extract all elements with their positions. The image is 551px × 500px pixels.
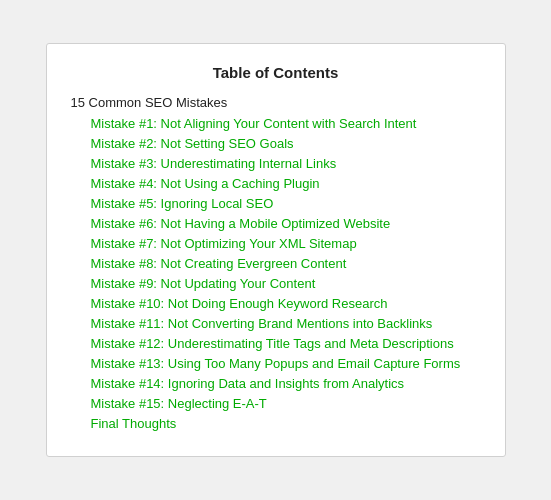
- toc-item-link-1[interactable]: Mistake #1: Not Aligning Your Content wi…: [71, 116, 481, 131]
- toc-items-list: Mistake #1: Not Aligning Your Content wi…: [71, 116, 481, 431]
- toc-item-link-6[interactable]: Mistake #6: Not Having a Mobile Optimize…: [71, 216, 481, 231]
- toc-main-item: 15 Common SEO Mistakes: [71, 95, 481, 110]
- toc-item-link-5[interactable]: Mistake #5: Ignoring Local SEO: [71, 196, 481, 211]
- toc-item-link-7[interactable]: Mistake #7: Not Optimizing Your XML Site…: [71, 236, 481, 251]
- toc-item-link-13[interactable]: Mistake #13: Using Too Many Popups and E…: [71, 356, 481, 371]
- toc-title: Table of Contents: [71, 64, 481, 81]
- toc-item-link-3[interactable]: Mistake #3: Underestimating Internal Lin…: [71, 156, 481, 171]
- toc-final-thoughts-link[interactable]: Final Thoughts: [71, 416, 481, 431]
- toc-item-link-14[interactable]: Mistake #14: Ignoring Data and Insights …: [71, 376, 481, 391]
- toc-item-link-15[interactable]: Mistake #15: Neglecting E-A-T: [71, 396, 481, 411]
- toc-item-link-12[interactable]: Mistake #12: Underestimating Title Tags …: [71, 336, 481, 351]
- toc-item-link-9[interactable]: Mistake #9: Not Updating Your Content: [71, 276, 481, 291]
- toc-item-link-11[interactable]: Mistake #11: Not Converting Brand Mentio…: [71, 316, 481, 331]
- toc-item-link-8[interactable]: Mistake #8: Not Creating Evergreen Conte…: [71, 256, 481, 271]
- toc-item-link-10[interactable]: Mistake #10: Not Doing Enough Keyword Re…: [71, 296, 481, 311]
- toc-item-link-2[interactable]: Mistake #2: Not Setting SEO Goals: [71, 136, 481, 151]
- table-of-contents: Table of Contents 15 Common SEO Mistakes…: [46, 43, 506, 457]
- toc-item-link-4[interactable]: Mistake #4: Not Using a Caching Plugin: [71, 176, 481, 191]
